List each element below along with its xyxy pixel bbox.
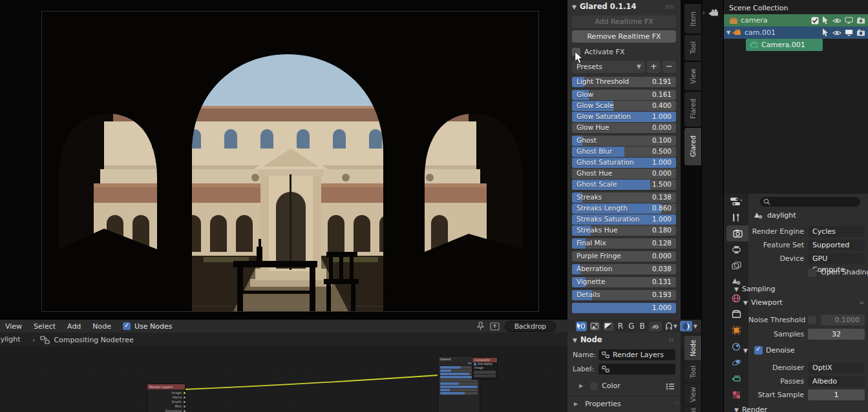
fx-slider-ghost-blur[interactable]: Ghost Blur0.500: [572, 147, 676, 157]
panel-grip-icon[interactable]: ∷∷: [665, 2, 675, 12]
pin-icon[interactable]: [476, 322, 485, 331]
render-engine-dropdown[interactable]: Cycles: [808, 226, 865, 237]
editor-type-button[interactable]: [724, 194, 748, 209]
expand-triangle-icon[interactable]: ▼: [725, 30, 732, 36]
backdrop-color-alpha-icon[interactable]: [589, 322, 600, 331]
use-alpha-checkbox[interactable]: [474, 363, 476, 366]
menu-add[interactable]: Add: [67, 322, 81, 331]
channel-b-button[interactable]: B: [639, 322, 644, 331]
tab-view[interactable]: View: [684, 384, 701, 406]
node-output-denoising[interactable]: Denoising: [147, 409, 185, 412]
fx-slider-ghost-hue[interactable]: Ghost Hue0.000: [572, 169, 676, 179]
backdrop-color-icon[interactable]: [576, 322, 587, 331]
menu-view[interactable]: View: [5, 322, 22, 331]
node-color-checkbox[interactable]: [590, 382, 598, 390]
overlays-control[interactable]: ▼: [680, 321, 697, 331]
node-label-field[interactable]: [598, 364, 675, 375]
fx-slider-ghost[interactable]: Ghost0.100: [572, 136, 676, 146]
panel-grip-icon[interactable]: ∷: [675, 400, 679, 406]
tab-object[interactable]: [724, 322, 748, 338]
properties-breadcrumb[interactable]: daylight: [754, 209, 796, 221]
tab-texture[interactable]: [724, 387, 748, 403]
disable-viewport-icon[interactable]: [845, 17, 853, 24]
fx-slider-streaks[interactable]: Streaks0.138: [572, 192, 676, 203]
go-to-parent-node-icon[interactable]: [490, 322, 500, 331]
node-output-image[interactable]: Image: [147, 391, 185, 395]
color-presets-icon[interactable]: [666, 383, 674, 390]
feature-set-dropdown[interactable]: Supported: [808, 240, 865, 251]
node-render-layers[interactable]: Render Layers ImageAlphaDepthMistDenoisi…: [147, 384, 185, 412]
fx-slider-clipped[interactable]: 1.000: [572, 303, 676, 313]
tab-tool[interactable]: [724, 209, 748, 225]
fx-slider-glow-hue[interactable]: Glow Hue0.000: [572, 123, 676, 133]
node-color-row[interactable]: ▶ Color: [579, 382, 620, 390]
fx-slider-glow[interactable]: Glow0.161: [572, 90, 676, 100]
fx-slider-ghost-scale[interactable]: Ghost Scale1.500: [572, 180, 676, 190]
menu-select[interactable]: Select: [34, 322, 56, 331]
samples-field[interactable]: 32: [808, 329, 865, 340]
osl-checkbox[interactable]: [808, 269, 816, 277]
denoise-checkbox[interactable]: [754, 346, 763, 355]
device-dropdown[interactable]: GPU Compute: [808, 253, 865, 264]
tab-glared[interactable]: Glared: [684, 128, 701, 165]
node-output-alpha[interactable]: Alpha: [147, 395, 185, 400]
use-nodes-checkbox[interactable]: [123, 322, 131, 330]
tab-collection-properties[interactable]: [724, 306, 748, 322]
fx-slider-final-mix[interactable]: Final Mix0.128: [572, 238, 676, 249]
node-composite[interactable]: Composite Use Alpha Image: [472, 358, 497, 379]
fx-slider-details[interactable]: Details0.193: [572, 290, 676, 300]
collection-row-camera[interactable]: camera: [724, 14, 868, 26]
denoiser-dropdown[interactable]: OptiX: [808, 362, 865, 373]
snapping-control[interactable]: ▼: [664, 322, 677, 331]
start-sample-field[interactable]: 1: [808, 389, 865, 400]
tab-view-layer[interactable]: [724, 258, 748, 274]
glared-panel-header[interactable]: ▼Glared 0.1.14 ∷∷: [572, 1, 676, 12]
disable-viewport-icon[interactable]: [845, 29, 853, 36]
proportional-falloff-icon[interactable]: [649, 322, 662, 331]
preset-remove-button[interactable]: −: [662, 61, 676, 73]
fx-slider-light-threshold[interactable]: Light Threshold0.191: [572, 77, 676, 87]
add-realtime-fx-button[interactable]: Add Realtime FX: [572, 15, 676, 28]
fx-slider-streaks-saturation[interactable]: Streaks Saturation1.000: [572, 214, 676, 225]
tab-options[interactable]: Options: [684, 407, 701, 412]
node-output-depth[interactable]: Depth: [147, 400, 185, 404]
remove-realtime-fx-button[interactable]: Remove Realtime FX: [572, 30, 676, 43]
node-name-field[interactable]: Render Layers: [598, 349, 675, 360]
channel-r-button[interactable]: R: [618, 322, 623, 331]
disable-render-icon[interactable]: [856, 29, 865, 36]
chevron-right-icon[interactable]: ›: [703, 9, 705, 16]
tab-render[interactable]: [726, 225, 748, 242]
fx-slider-glow-saturation[interactable]: Glow Saturation1.000: [572, 112, 676, 122]
viewport-subsection-header[interactable]: ▼Viewport: [743, 298, 783, 307]
hide-eye-icon[interactable]: [832, 17, 842, 24]
backdrop-toggle[interactable]: Backdrop: [505, 321, 556, 332]
fx-slider-ghost-saturation[interactable]: Ghost Saturation1.000: [572, 158, 676, 168]
fx-slider-vignette[interactable]: Vignette0.131: [572, 277, 676, 287]
tab-physics[interactable]: [724, 355, 748, 371]
fx-slider-glow-scale[interactable]: Glow Scale0.400: [572, 101, 676, 111]
fx-slider-streaks-length[interactable]: Streaks Length0.860: [572, 203, 676, 214]
passes-dropdown[interactable]: Albedo: [808, 376, 865, 387]
channel-g-button[interactable]: G: [628, 322, 634, 331]
object-row-cam001[interactable]: ▼ cam.001: [724, 26, 868, 39]
fx-slider-streaks-hue[interactable]: Streaks Hue0.180: [572, 225, 676, 236]
noise-threshold-field[interactable]: 0.1000: [821, 314, 865, 325]
checkbox-icon[interactable]: [811, 17, 819, 25]
denoise-section-header[interactable]: ▼ Denoise: [743, 346, 794, 355]
fx-slider-aberration[interactable]: Aberration0.038: [572, 264, 676, 274]
tab-flared[interactable]: Flared: [684, 92, 701, 127]
menu-node[interactable]: Node: [92, 322, 111, 331]
properties-search-input[interactable]: [760, 197, 860, 207]
selectable-pointer-icon[interactable]: [822, 28, 829, 37]
tab-view[interactable]: View: [684, 62, 701, 90]
tab-item[interactable]: Item: [684, 4, 701, 34]
tab-output[interactable]: [724, 242, 748, 258]
fx-slider-purple-fringe[interactable]: Purple Fringe0.000: [572, 251, 676, 262]
sampling-section-header[interactable]: ▼Sampling: [734, 285, 775, 293]
render-section-header[interactable]: ▼Render: [734, 406, 767, 412]
node-panel-header[interactable]: ▼Node ∷: [573, 335, 675, 345]
image-viewport[interactable]: [0, 0, 567, 320]
node-properties-section[interactable]: ▶ Properties: [574, 400, 621, 408]
tab-tool[interactable]: Tool: [684, 362, 701, 382]
disable-render-icon[interactable]: [856, 17, 865, 24]
